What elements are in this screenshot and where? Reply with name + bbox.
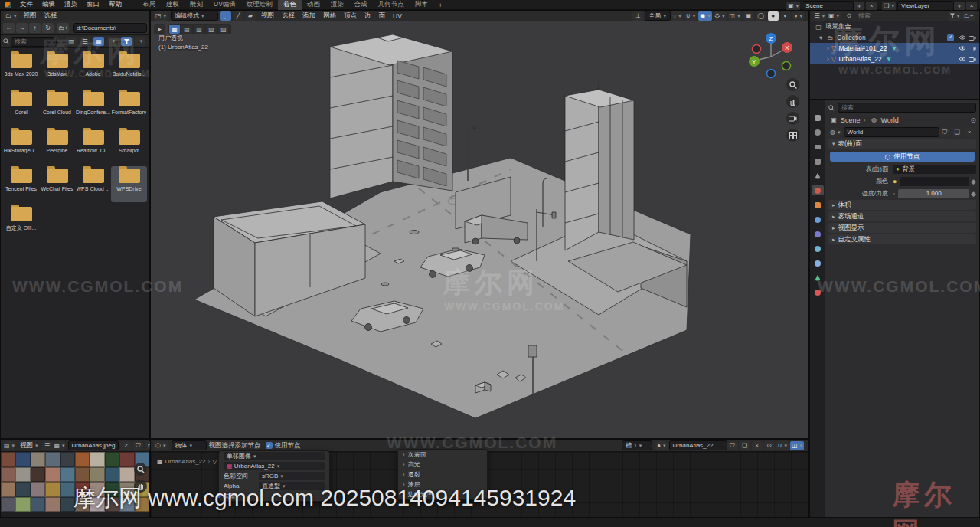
shader-view-menu[interactable]: 视图 <box>209 441 222 450</box>
viewlayer-new-icon[interactable]: ＋ <box>954 2 965 11</box>
image-source-dropdown[interactable]: 单张图像 <box>224 452 325 460</box>
breadcrumb-scene[interactable]: Scene <box>841 116 861 124</box>
vertex-select-icon[interactable]: ⡀ <box>220 11 231 21</box>
display-thumbnail-icon[interactable]: ▦ <box>93 37 104 46</box>
tab-modifiers-icon[interactable] <box>812 214 824 224</box>
zoom-icon[interactable] <box>134 463 147 476</box>
material-slot-dropdown[interactable]: 槽 1 <box>622 440 652 450</box>
shading-solid-icon[interactable]: ● <box>768 11 779 21</box>
file-browser-select-menu[interactable]: 选择 <box>41 11 61 21</box>
folder-item[interactable]: Tencent Files <box>3 166 39 202</box>
up-button[interactable]: ↑ <box>29 23 41 33</box>
principled-bsdf-node[interactable]: 次表面 高光 透射 涂层 边缘光泽 <box>397 449 488 500</box>
colorspace-dropdown[interactable]: sRGB <box>259 472 325 480</box>
folder-item-selected[interactable]: WPSDrive <box>111 166 147 202</box>
navigation-gizmo[interactable]: Z X Y <box>744 28 798 81</box>
overlays-toggle-icon[interactable]: ◫ <box>728 11 742 21</box>
specular-panel[interactable]: 高光 <box>398 460 487 470</box>
blender-logo-icon[interactable] <box>5 2 11 8</box>
coat-panel[interactable]: 涂层 <box>398 480 487 489</box>
use-nodes-button[interactable]: ⬡ 使用节点 <box>830 152 975 162</box>
object-row-material[interactable]: › ▽ Material#101_22 ▼ <box>810 43 979 54</box>
folder-item[interactable]: Smallpdf <box>111 128 147 164</box>
folder-item[interactable]: Corel <box>3 90 39 126</box>
folder-item[interactable]: FormatFactory <box>111 90 147 126</box>
menu-file[interactable]: 文件 <box>15 0 38 9</box>
viewlayer-remove-icon[interactable]: × <box>966 2 977 11</box>
shader-editor-type-icon[interactable]: ⬡ <box>154 441 168 450</box>
surface-panel-header[interactable]: 表(曲)面 <box>828 139 976 149</box>
folder-item[interactable]: WPS Cloud ... <box>75 166 111 202</box>
editor-type-icon[interactable]: ◳ <box>154 11 168 21</box>
render-camera-icon[interactable] <box>969 35 976 41</box>
sheen-panel[interactable]: 边缘光泽 <box>398 489 487 499</box>
viewport-display-panel-header[interactable]: 视图显示 <box>828 223 976 233</box>
edge-select-icon[interactable]: ╱ <box>233 11 243 21</box>
image-datablock-field[interactable]: ▦ UrbanAtlas_22 <box>224 462 325 470</box>
camera-view-icon[interactable] <box>786 112 799 125</box>
scene-unlink-icon[interactable]: × <box>866 2 877 11</box>
material-name-field[interactable]: UrbanAtlas_22 <box>669 440 727 450</box>
shading-rendered-icon[interactable]: ◑ <box>792 11 804 21</box>
pin-icon[interactable]: ⊙ <box>970 116 976 124</box>
material-browse-icon[interactable]: ● <box>655 441 667 450</box>
orthographic-grid-icon[interactable] <box>786 129 799 142</box>
strength-value-slider[interactable]: 1.000 <box>898 189 969 198</box>
tab-tool-icon[interactable] <box>812 113 824 123</box>
folder-item[interactable]: HikStorageD... <box>3 128 39 164</box>
folder-item[interactable]: BaiduNetdis... <box>111 51 147 87</box>
gizmo-y-label[interactable]: Y <box>752 58 756 65</box>
file-browser-type-icon[interactable]: 🗀 <box>4 11 18 21</box>
scene-collection-row[interactable]: ▢ 场景集合 <box>810 21 979 32</box>
image-browse-icon[interactable]: ▦ <box>54 441 65 450</box>
filter-settings-dropdown[interactable] <box>135 37 145 46</box>
display-size-icon[interactable]: ▥ <box>66 37 77 46</box>
scene-new-icon[interactable]: ＋ <box>854 2 864 11</box>
transmission-panel[interactable]: 透射 <box>398 470 487 480</box>
face-menu[interactable]: 面 <box>375 11 390 21</box>
gizmo-x-label[interactable]: X <box>785 44 789 51</box>
back-button[interactable]: ← <box>3 23 15 33</box>
outliner-display-mode-icon[interactable]: ☰ <box>813 11 826 21</box>
image-name-field[interactable]: UrbanAtlas.jpeg <box>68 440 119 450</box>
mode-dropdown[interactable]: 编辑模式 <box>171 11 218 21</box>
zoom-icon[interactable] <box>786 78 799 91</box>
vertex-menu[interactable]: 顶点 <box>340 11 361 21</box>
mesh-menu[interactable]: 网格 <box>319 11 340 21</box>
uv-menu[interactable]: UV <box>389 12 406 20</box>
tab-modeling[interactable]: 建模 <box>161 0 185 10</box>
file-search-input[interactable] <box>11 37 57 47</box>
tab-layout[interactable]: 布局 <box>137 0 161 10</box>
image-fake-user-icon[interactable]: 🛡 <box>132 441 143 450</box>
menu-render[interactable]: 渲染 <box>60 0 82 9</box>
node-pin-icon[interactable]: ⊙ <box>764 441 775 450</box>
viewlayer-browse-icon[interactable]: ❏ <box>882 2 896 11</box>
xray-toggle-icon[interactable]: ▣ <box>743 11 754 21</box>
display-list-icon[interactable]: ☰ <box>80 37 90 46</box>
folder-item[interactable]: Corel Cloud <box>39 90 75 126</box>
folder-item[interactable]: Peergine <box>39 128 75 164</box>
material-copy-icon[interactable]: ❏ <box>740 441 750 450</box>
tab-output-icon[interactable] <box>812 142 824 152</box>
volume-panel-header[interactable]: 体积 <box>828 200 976 210</box>
tab-world-icon[interactable] <box>812 185 824 195</box>
shading-wireframe-icon[interactable]: ◯ <box>756 11 766 21</box>
tab-render-icon[interactable] <box>812 127 824 137</box>
image-view-menu[interactable]: 视图 <box>16 441 42 450</box>
folder-item[interactable]: 自定义 Offi... <box>3 205 39 241</box>
object-row-urbanatlas[interactable]: › ▽ UrbanAtlas_22 ▼ <box>810 54 979 64</box>
material-fake-user-icon[interactable]: 🛡 <box>727 441 738 450</box>
tab-geometry-nodes[interactable]: 几何节点 <box>373 0 410 10</box>
path-field[interactable]: d:\Documents\ <box>73 23 147 33</box>
hide-eye-icon[interactable] <box>959 57 966 61</box>
display-settings-dropdown[interactable] <box>107 37 118 46</box>
tab-physics-icon[interactable] <box>812 244 824 254</box>
gizmo-minus-y[interactable] <box>782 62 791 70</box>
tab-shading[interactable]: 着色 <box>278 0 302 10</box>
unlink-datablock-icon[interactable]: × <box>964 128 975 137</box>
tab-compositing[interactable]: 合成 <box>349 0 373 10</box>
breadcrumb-world[interactable]: World <box>881 116 899 124</box>
tab-animation[interactable]: 动画 <box>302 0 325 10</box>
folder-item[interactable]: 3dsMax <box>39 51 75 87</box>
use-nodes-checkbox[interactable] <box>266 442 273 449</box>
